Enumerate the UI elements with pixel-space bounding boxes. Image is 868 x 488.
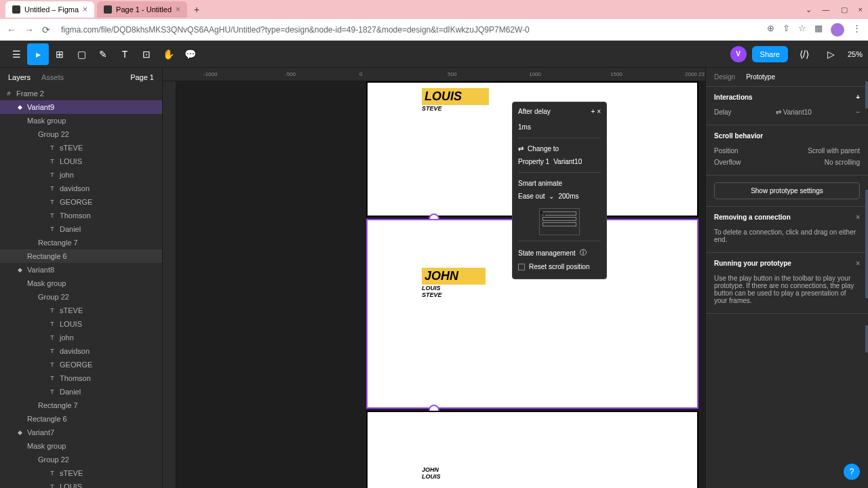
play-icon[interactable]: ▷	[821, 43, 842, 65]
chevron-down-icon[interactable]: ⌄	[549, 192, 554, 200]
user-badge[interactable]: V	[730, 46, 747, 62]
bookmark-icon[interactable]: ☆	[798, 23, 806, 37]
dev-mode-toggle[interactable]: ⟨/⟩	[793, 43, 815, 65]
browser-tab-bar: Untitled – Figma × Page 1 - Untitled × +…	[0, 0, 868, 19]
show-prototype-settings-button[interactable]: Show prototype settings	[714, 182, 860, 199]
layer-variant[interactable]: ◆Variant7	[0, 426, 162, 439]
reload-icon[interactable]: ⟳	[42, 24, 50, 35]
running-text: Use the play button in the toolbar to pl…	[714, 274, 860, 304]
layer-mask[interactable]: Mask group	[0, 439, 162, 453]
profile-avatar[interactable]	[831, 23, 844, 37]
layers-panel: Layers Assets Page 1 #Frame 2 ◆Variant9 …	[0, 68, 163, 488]
layer-text[interactable]: Tdavidson	[0, 344, 162, 358]
minimize-icon[interactable]: —	[823, 5, 830, 14]
layer-text[interactable]: TsTEVE	[0, 466, 162, 480]
layer-group[interactable]: Group 22	[0, 453, 162, 466]
close-icon[interactable]: ×	[856, 214, 860, 221]
hand-tool[interactable]: ✋	[157, 43, 179, 65]
shape-tool[interactable]: ▢	[71, 43, 92, 65]
action-label[interactable]: Change to	[528, 145, 559, 152]
layer-rect[interactable]: Rectangle 7	[0, 399, 162, 412]
chevron-down-icon[interactable]: ⌄	[806, 5, 812, 14]
layer-group[interactable]: Group 22	[0, 127, 162, 141]
layer-text[interactable]: TLOUIS	[0, 480, 162, 488]
easing-select[interactable]: Ease out	[518, 192, 545, 200]
resources-tool[interactable]: ⊡	[136, 43, 157, 65]
maximize-icon[interactable]: ▢	[841, 5, 848, 14]
layer-text[interactable]: TDaniel	[0, 222, 162, 236]
layer-variant[interactable]: ◆Variant9	[0, 100, 162, 114]
move-tool[interactable]: ▸	[27, 43, 49, 65]
layer-mask[interactable]: Mask group	[0, 277, 162, 290]
close-tab-icon[interactable]: ×	[83, 5, 87, 14]
layer-text[interactable]: TsTEVE	[0, 141, 162, 155]
share-button[interactable]: Share	[752, 46, 788, 62]
layer-text[interactable]: TThomson	[0, 209, 162, 222]
text-icon: T	[49, 470, 56, 476]
add-interaction-icon[interactable]: +	[856, 94, 860, 101]
remove-icon[interactable]: −	[856, 108, 860, 116]
component-icon: ◆	[16, 429, 23, 436]
reset-scroll-checkbox[interactable]	[518, 264, 525, 270]
canvas-frame[interactable]: JOHN LOUIS	[366, 411, 698, 488]
layer-variant[interactable]: ◆Variant8	[0, 263, 162, 277]
canvas[interactable]: -1000 -500 0 500 1000 1500 2000 2370 LOU…	[163, 68, 705, 488]
variant-value[interactable]: Variant10	[553, 158, 582, 165]
overflow-value[interactable]: No scrolling	[825, 159, 860, 166]
frame-tool[interactable]: ⊞	[49, 43, 71, 65]
layers-tab[interactable]: Layers	[8, 73, 31, 81]
share-icon[interactable]: ⇧	[783, 23, 790, 37]
text-icon: T	[49, 212, 56, 219]
layer-text[interactable]: TLOUIS	[0, 155, 162, 168]
close-window-icon[interactable]: ×	[859, 5, 863, 14]
layer-text[interactable]: Tjohn	[0, 168, 162, 182]
position-value[interactable]: Scroll with parent	[808, 147, 860, 155]
close-tab-icon[interactable]: ×	[176, 5, 180, 14]
design-tab[interactable]: Design	[714, 73, 735, 81]
new-tab-button[interactable]: +	[190, 3, 203, 16]
interaction-trigger[interactable]: Delay	[714, 108, 732, 116]
help-button[interactable]: ?	[844, 464, 860, 480]
browser-tab-inactive[interactable]: Page 1 - Untitled ×	[97, 1, 187, 18]
duration-value[interactable]: 200ms	[558, 192, 578, 200]
layer-text[interactable]: TLOUIS	[0, 317, 162, 331]
page-selector[interactable]: Page 1	[130, 73, 154, 81]
layer-group[interactable]: Group 22	[0, 290, 162, 304]
animation-label[interactable]: Smart animate	[518, 180, 562, 187]
layer-rect[interactable]: Rectangle 6	[0, 249, 162, 263]
layer-text[interactable]: TThomson	[0, 371, 162, 385]
scroll-title: Scroll behavior	[714, 132, 763, 140]
zoom-level[interactable]: 25%	[848, 50, 863, 58]
layer-text[interactable]: TDaniel	[0, 385, 162, 399]
layer-text[interactable]: Tdavidson	[0, 182, 162, 195]
layer-text[interactable]: TsTEVE	[0, 304, 162, 317]
main-menu-icon[interactable]: ☰	[5, 43, 27, 65]
back-icon[interactable]: ←	[7, 24, 16, 35]
add-icon[interactable]: +	[591, 108, 595, 115]
layer-text[interactable]: TGEORGE	[0, 195, 162, 209]
trigger-label[interactable]: After delay	[518, 108, 551, 115]
browser-tab-active[interactable]: Untitled – Figma ×	[5, 1, 94, 18]
extensions-icon[interactable]: ▦	[814, 23, 823, 37]
comment-tool[interactable]: 💬	[179, 43, 201, 65]
forward-icon[interactable]: →	[24, 24, 34, 35]
search-icon[interactable]: ⊕	[767, 23, 774, 37]
layer-rect[interactable]: Rectangle 7	[0, 236, 162, 249]
text-tool[interactable]: T	[114, 43, 136, 65]
delay-value[interactable]: 1ms	[518, 123, 531, 131]
close-icon[interactable]: ×	[856, 260, 860, 267]
layer-text[interactable]: TGEORGE	[0, 358, 162, 371]
pen-tool[interactable]: ✎	[92, 43, 114, 65]
close-icon[interactable]: ×	[597, 108, 601, 115]
interaction-target[interactable]: Variant10	[783, 108, 812, 116]
text-icon: T	[49, 199, 56, 205]
url-field[interactable]: figma.com/file/DQD8khsMKS3QNvQS6AAgHU/Un…	[58, 22, 759, 37]
assets-tab[interactable]: Assets	[41, 73, 64, 81]
layer-frame[interactable]: #Frame 2	[0, 87, 162, 100]
info-icon[interactable]: ⓘ	[580, 248, 587, 258]
menu-icon[interactable]: ⋮	[852, 23, 861, 37]
layer-rect[interactable]: Rectangle 6	[0, 412, 162, 426]
layer-text[interactable]: Tjohn	[0, 331, 162, 344]
layer-mask[interactable]: Mask group	[0, 114, 162, 127]
prototype-tab[interactable]: Prototype	[746, 73, 775, 81]
